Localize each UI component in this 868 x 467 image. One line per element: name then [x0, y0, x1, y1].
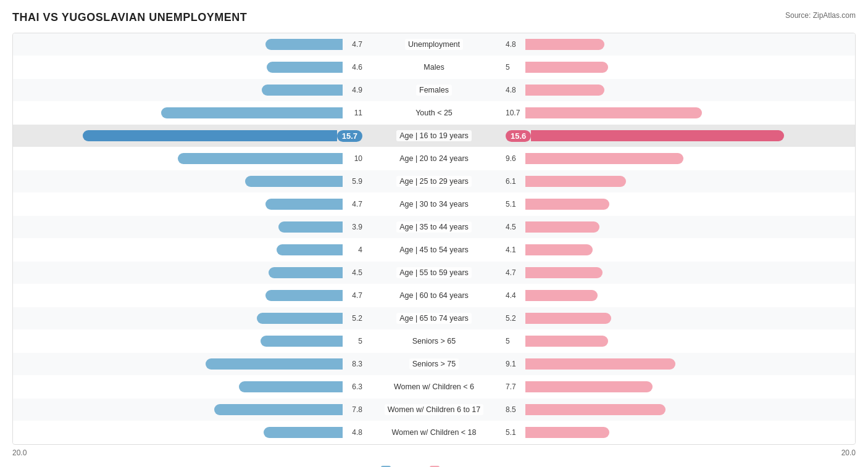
left-bar-wrap [13, 220, 343, 234]
right-bar-wrap [525, 60, 855, 74]
right-bar [525, 107, 702, 118]
left-bar-wrap [13, 403, 343, 416]
left-section: 4.6 [13, 56, 366, 78]
left-value: 5.2 [343, 314, 366, 323]
right-section: 4.7 [502, 262, 855, 284]
right-value: 4.4 [502, 291, 525, 300]
center-label: Women w/ Children < 18 [389, 427, 480, 438]
center-label: Age | 45 to 54 years [396, 244, 472, 255]
right-section: 9.6 [502, 147, 855, 170]
bar-row: 4 Age | 45 to 54 years 4.1 [13, 239, 855, 261]
right-value: 10.7 [502, 109, 525, 117]
left-value: 10 [343, 154, 366, 163]
left-section: 3.9 [13, 216, 366, 238]
center-label: Age | 16 to 19 years [396, 130, 472, 141]
center-label-wrap: Age | 60 to 64 years [366, 291, 502, 300]
left-section: 4.8 [13, 421, 366, 444]
left-bar [206, 358, 343, 370]
right-value: 9.6 [502, 154, 525, 163]
left-bar-wrap [13, 312, 343, 325]
right-value: 4.7 [502, 268, 525, 277]
center-label: Age | 30 to 34 years [396, 199, 472, 210]
left-bar [245, 176, 343, 187]
left-bar-wrap [13, 175, 343, 188]
right-bar [525, 381, 653, 392]
left-value: 6.3 [343, 382, 366, 391]
axis-row: 20.0 20.0 [12, 445, 856, 462]
left-value: 4.6 [343, 63, 366, 72]
left-bar-wrap [13, 380, 343, 394]
right-bar-wrap [525, 152, 855, 165]
left-bar [267, 62, 343, 73]
right-bar-wrap [525, 175, 855, 188]
left-bar [277, 244, 343, 255]
left-bar [278, 221, 343, 233]
right-bar [525, 199, 609, 210]
left-section: 6.3 [13, 376, 366, 398]
bar-row: 4.9 Females 4.8 [13, 79, 855, 101]
chart-container: THAI VS YUGOSLAVIAN UNEMPLOYMENT Source:… [0, 0, 868, 467]
right-bar-wrap [525, 289, 855, 302]
left-value: 5.9 [343, 177, 366, 186]
left-section: 4.9 [13, 79, 366, 101]
left-bar-wrap [13, 152, 343, 165]
center-label: Females [416, 85, 452, 96]
axis-right: 20.0 [434, 448, 856, 457]
right-bar [525, 62, 608, 73]
axis-left-value: 20.0 [12, 448, 27, 457]
right-bar [525, 176, 626, 187]
center-label-wrap: Age | 20 to 24 years [366, 154, 502, 163]
bar-row: 8.3 Seniors > 75 9.1 [13, 353, 855, 375]
left-bar-wrap [13, 334, 343, 348]
center-label: Age | 65 to 74 years [396, 313, 472, 324]
left-bar-wrap [13, 266, 343, 279]
left-value: 4.5 [343, 268, 366, 277]
right-section: 5.1 [502, 193, 855, 215]
chart-source: Source: ZipAtlas.com [785, 11, 856, 20]
right-bar-wrap [525, 426, 855, 439]
center-label-wrap: Seniors > 65 [366, 337, 502, 345]
right-value: 5.1 [502, 428, 525, 437]
center-label: Age | 35 to 44 years [396, 221, 472, 233]
center-label-wrap: Women w/ Children < 18 [366, 428, 502, 437]
right-bar-wrap [525, 83, 855, 97]
bar-row: 7.8 Women w/ Children 6 to 17 8.5 [13, 399, 855, 421]
right-bar-wrap [525, 403, 855, 416]
left-bar [178, 153, 343, 164]
right-bar [525, 358, 675, 370]
right-pill: 15.6 [506, 130, 531, 142]
right-bar-wrap [525, 380, 855, 394]
bar-row: 15.7 Age | 16 to 19 years 15.6 [13, 125, 855, 147]
right-section: 7.7 [502, 376, 855, 398]
right-value: 5.1 [502, 200, 525, 209]
left-section: 5.2 [13, 307, 366, 329]
bar-row: 4.6 Males 5 [13, 56, 855, 78]
left-value: 7.8 [343, 405, 366, 414]
center-label: Age | 55 to 59 years [396, 267, 472, 278]
left-value: 5 [343, 337, 366, 345]
center-label-wrap: Youth < 25 [366, 109, 502, 117]
bar-row: 6.3 Women w/ Children < 6 7.7 [13, 376, 855, 398]
right-value: 5 [502, 63, 525, 72]
right-section: 8.5 [502, 399, 855, 421]
chart-title: THAI VS YUGOSLAVIAN UNEMPLOYMENT [12, 11, 247, 24]
right-bar-wrap [525, 312, 855, 325]
right-section: 4.8 [502, 33, 855, 56]
bar-row: 10 Age | 20 to 24 years 9.6 [13, 147, 855, 170]
right-bar-wrap [525, 334, 855, 348]
left-bar [264, 427, 343, 438]
bar-row: 4.5 Age | 55 to 59 years 4.7 [13, 262, 855, 284]
chart-header: THAI VS YUGOSLAVIAN UNEMPLOYMENT Source:… [12, 11, 856, 24]
right-value: 8.5 [502, 405, 525, 414]
left-value: 4.7 [343, 40, 366, 49]
center-label-wrap: Age | 35 to 44 years [366, 223, 502, 231]
left-bar-wrap [13, 129, 337, 143]
left-section: 7.8 [13, 399, 366, 421]
right-bar [525, 336, 608, 347]
bar-row: 5.2 Age | 65 to 74 years 5.2 [13, 307, 855, 329]
left-section: 5 [13, 330, 366, 352]
left-value: 4.9 [343, 86, 366, 94]
left-section: 4.7 [13, 193, 366, 215]
right-section: 5.2 [502, 307, 855, 329]
left-section: 4.5 [13, 262, 366, 284]
